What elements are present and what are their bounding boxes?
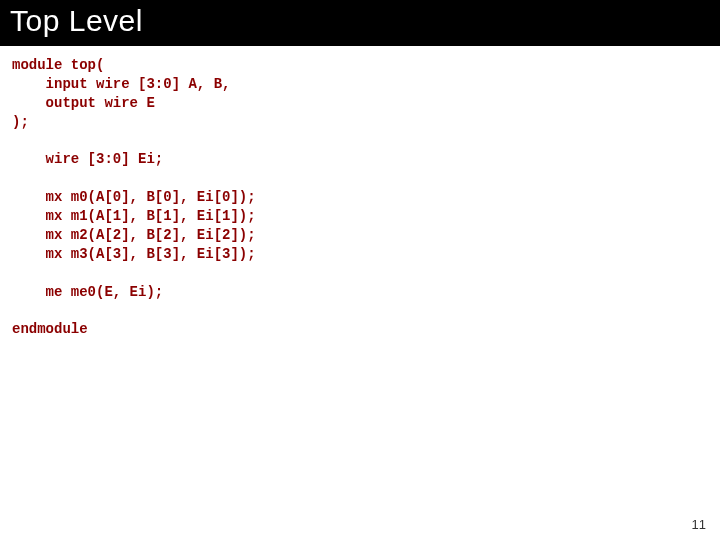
slide-title: Top Level bbox=[10, 4, 143, 37]
slide-title-bar: Top Level bbox=[0, 0, 720, 44]
page-number: 11 bbox=[692, 517, 706, 532]
verilog-code-block: module top( input wire [3:0] A, B, outpu… bbox=[0, 46, 720, 339]
